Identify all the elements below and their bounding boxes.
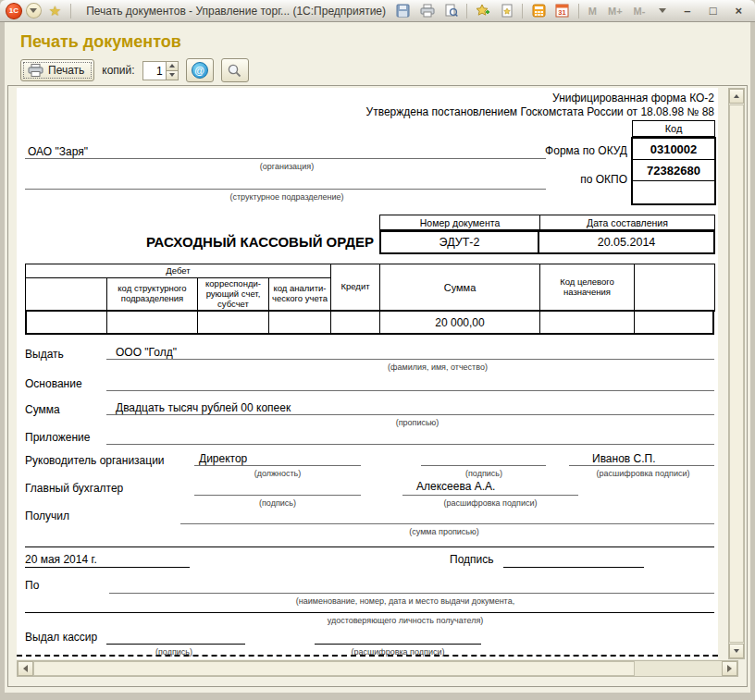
organization-caption: (организация) (260, 162, 314, 171)
debit-credit-table: Дебет Кредит Сумма Код целевого назначен… (25, 264, 715, 312)
print-button[interactable] (417, 3, 438, 19)
separator (578, 4, 579, 18)
data-cell (331, 312, 380, 333)
sum-words-value: Двадцать тысяч рублей 00 копеек (116, 401, 291, 414)
sum-header-cell: Сумма (380, 264, 540, 312)
vertical-scroll-thumb[interactable] (729, 104, 744, 643)
head-name-line (569, 465, 714, 466)
accountant-label: Главный бухгалтер (25, 482, 123, 495)
scroll-down-button[interactable] (729, 644, 744, 658)
horizontal-scroll-track[interactable] (635, 661, 722, 676)
accountant-signature-line (194, 495, 361, 496)
debit-sub-empty-cell (26, 278, 107, 312)
numdate-value-row: ЭДУТ-2 20.05.2014 (379, 230, 715, 254)
date-line (25, 567, 190, 568)
scroll-right-button[interactable] (722, 661, 737, 676)
words-caption: (прописью) (396, 418, 439, 427)
division-line (25, 189, 546, 190)
copies-input[interactable]: 1 (143, 62, 166, 80)
floppy-icon (396, 4, 410, 18)
magnifier-icon (227, 63, 242, 79)
data-cell (269, 312, 331, 333)
form-note-2: Утверждена постановлением Госкомстата Ро… (366, 105, 714, 118)
doc-number-header: Номер документа (379, 215, 540, 230)
close-button[interactable]: × (727, 3, 749, 19)
maximize-button[interactable]: □ (702, 3, 724, 19)
copies-decrement-button[interactable] (167, 71, 178, 80)
calculator-button[interactable] (528, 3, 549, 19)
head-name-value: Иванов С.П. (592, 452, 656, 465)
vertical-scrollbar[interactable] (728, 88, 745, 659)
toolbar-overflow-button[interactable] (652, 3, 673, 19)
division-caption: (структурное подразделение) (229, 192, 343, 202)
head-position-value: Директор (199, 452, 247, 465)
attachment-label: Приложение (25, 431, 90, 444)
email-button[interactable]: @ (186, 58, 214, 82)
memory-m-minus-button[interactable]: M- (630, 6, 650, 17)
save-button[interactable] (393, 3, 414, 19)
issue-value: ООО "Голд" (116, 346, 177, 359)
name-caption: (расшифровка подписи) (597, 469, 690, 478)
signature-caption: (подпись) (465, 469, 502, 478)
form-note-1: Унифицированная форма КО-2 (552, 92, 714, 104)
favorites-page-button[interactable] (497, 3, 517, 19)
doc-date-header: Дата составления (539, 215, 715, 230)
anal-code-cell: код аналити- ческого учета (269, 278, 331, 312)
1c-logo-icon[interactable]: 1С (6, 3, 22, 19)
titlebar: 1С ★ Печать документов - Управление торг… (0, 0, 755, 22)
doc-number-value: ЭДУТ-2 (381, 232, 539, 252)
memory-m-button[interactable]: M (585, 6, 600, 17)
document-page: Унифицированная форма КО-2 Утверждена по… (17, 88, 718, 659)
copies-increment-button[interactable] (167, 62, 178, 71)
star-plus-icon (476, 4, 490, 18)
okud-label: Форма по ОКУД (530, 144, 627, 157)
empty-header-cell (635, 264, 715, 312)
zoom-button[interactable] (221, 58, 249, 82)
data-cell (198, 312, 269, 333)
name-caption: (расшифровка подписи) (444, 498, 538, 508)
horizontal-scroll-thumb[interactable] (33, 661, 635, 676)
by-caption-1: (наименование, номер, дата и место выдач… (296, 596, 514, 606)
head-signature-line (421, 465, 546, 466)
code-header-cell: Код (632, 120, 715, 137)
organization-name: ОАО "Заря" (28, 145, 88, 158)
page-star-icon (501, 4, 514, 18)
scroll-left-button[interactable] (18, 661, 33, 676)
arrow-down-icon (734, 649, 739, 653)
print-button-label: Печать (48, 64, 84, 77)
calendar-button[interactable]: 31 (552, 3, 573, 19)
cut-line (17, 655, 718, 657)
received-label: Получил (25, 510, 69, 522)
organization-line (25, 158, 546, 159)
doc-date-value: 20.05.2014 (539, 232, 713, 252)
minimize-button[interactable]: – (676, 3, 699, 19)
signature-caption: (подпись) (259, 498, 296, 508)
position-caption: (должность) (254, 469, 302, 478)
head-label: Руководитель организации (25, 454, 165, 467)
memory-m-plus-button[interactable]: M+ (604, 6, 626, 17)
app-window: 1С ★ Печать документов - Управление торг… (0, 0, 755, 700)
chevron-down-icon (659, 8, 666, 13)
data-cell (27, 312, 107, 333)
favorites-star-button[interactable]: ★ (45, 3, 66, 19)
main-content: Печать документов Печать копий: 1 @ (5, 22, 750, 693)
footer-signature-label: Подпись (450, 553, 494, 566)
add-favorite-button[interactable] (473, 3, 493, 19)
struct-code-cell: код структурного подразделения (107, 278, 198, 312)
chevron-down-icon (30, 8, 37, 13)
sum-label: Сумма (25, 403, 60, 416)
separator (70, 4, 71, 18)
copies-label: копий: (102, 64, 134, 77)
position-line (194, 465, 361, 466)
print-button[interactable]: Печать (20, 59, 94, 81)
cashier-label: Выдал кассир (25, 631, 97, 644)
horizontal-scrollbar[interactable] (17, 660, 738, 677)
divider-line (25, 546, 714, 547)
footer-date: 20 мая 2014 г. (25, 553, 97, 566)
scroll-up-button[interactable] (729, 89, 744, 104)
star-icon: ★ (49, 3, 61, 19)
data-cell (107, 312, 198, 333)
preview-button[interactable] (440, 3, 461, 19)
system-menu-button[interactable] (26, 3, 42, 18)
arrow-right-icon (727, 665, 732, 672)
